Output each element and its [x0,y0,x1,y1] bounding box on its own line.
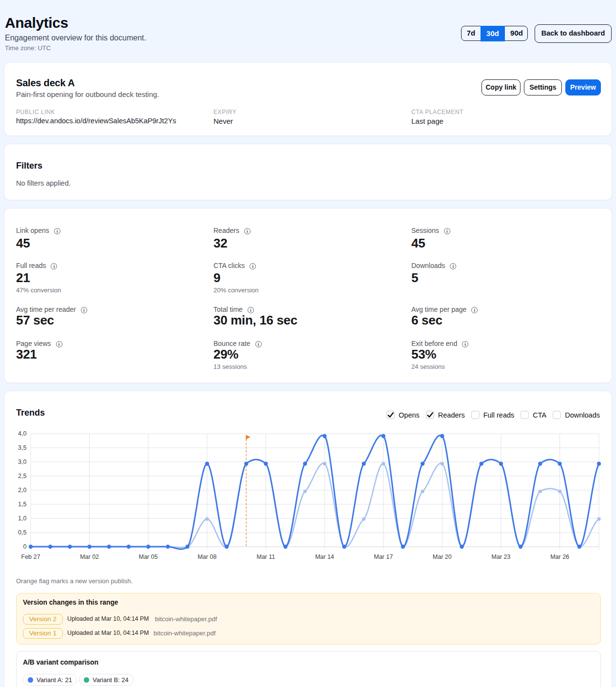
svg-text:Mar 11: Mar 11 [257,553,275,560]
svg-text:4,0: 4,0 [18,430,26,437]
svg-text:Mar 08: Mar 08 [197,553,216,560]
svg-text:Mar 02: Mar 02 [80,553,99,560]
svg-text:0: 0 [23,543,27,550]
svg-text:Mar 05: Mar 05 [139,553,158,560]
svg-text:Feb 27: Feb 27 [21,553,40,560]
svg-text:0,5: 0,5 [18,529,26,536]
svg-text:Mar 17: Mar 17 [374,553,393,560]
svg-text:Mar 26: Mar 26 [550,553,569,560]
svg-text:Mar 20: Mar 20 [433,553,452,560]
svg-text:1,5: 1,5 [18,501,26,508]
svg-text:2,0: 2,0 [18,487,26,494]
svg-text:Mar 14: Mar 14 [315,553,334,560]
svg-text:3,5: 3,5 [18,444,26,451]
svg-text:1,0: 1,0 [18,515,26,522]
svg-text:2,5: 2,5 [18,473,26,479]
svg-text:3,0: 3,0 [18,458,26,465]
svg-text:Mar 23: Mar 23 [492,553,511,560]
